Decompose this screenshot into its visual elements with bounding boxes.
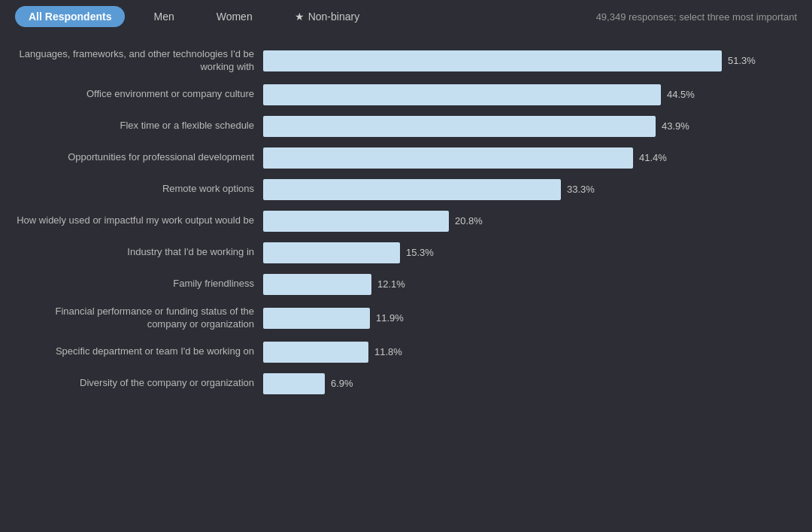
bar-track: 20.8% — [263, 211, 789, 232]
bar-value: 11.8% — [374, 346, 402, 357]
bar-label: Family friendliness — [15, 278, 263, 290]
bar-label: Remote work options — [15, 183, 263, 196]
bar-fill — [263, 308, 370, 329]
bar-label: Diversity of the company or organization — [15, 377, 263, 390]
response-info: 49,349 responses; select three most impo… — [596, 11, 797, 23]
bar-fill — [263, 211, 449, 232]
bar-label: Opportunities for professional developme… — [15, 151, 263, 164]
bar-fill — [263, 84, 661, 105]
bar-row: Financial performance or funding status … — [15, 306, 789, 331]
tab-men[interactable]: Men — [140, 6, 187, 27]
bar-row: Diversity of the company or organization… — [15, 373, 789, 394]
bar-value: 43.9% — [662, 120, 689, 132]
bar-fill — [263, 242, 400, 263]
bar-fill — [263, 50, 722, 71]
bar-fill — [263, 147, 633, 169]
bar-value: 51.3% — [728, 55, 756, 66]
bar-track: 11.8% — [263, 342, 789, 363]
bar-fill — [263, 274, 371, 295]
bar-label: Office environment or company culture — [15, 88, 263, 101]
bar-row: Office environment or company culture44.… — [15, 84, 789, 105]
bar-row: Family friendliness12.1% — [15, 274, 789, 295]
bar-value: 6.9% — [331, 378, 353, 389]
bar-label: Specific department or team I'd be worki… — [15, 345, 263, 358]
star-icon: ★ — [295, 11, 304, 23]
tab-nonbinary[interactable]: ★ Non-binary — [281, 6, 373, 27]
bar-track: 15.3% — [263, 242, 789, 263]
bar-row: Specific department or team I'd be worki… — [15, 342, 789, 363]
bar-track: 44.5% — [263, 84, 789, 105]
bar-track: 51.3% — [263, 50, 789, 71]
tab-women[interactable]: Women — [203, 6, 266, 27]
bar-value: 15.3% — [406, 247, 434, 258]
bar-value: 33.3% — [567, 184, 595, 195]
bar-row: Industry that I'd be working in15.3% — [15, 242, 789, 263]
bar-track: 11.9% — [263, 308, 789, 329]
tab-all-respondents[interactable]: All Respondents — [15, 6, 125, 27]
bar-value: 44.5% — [667, 89, 695, 100]
bar-row: Remote work options33.3% — [15, 179, 789, 200]
bar-value: 12.1% — [377, 278, 405, 290]
bar-row: Languages, frameworks, and other technol… — [15, 48, 789, 74]
bar-row: How widely used or impactful my work out… — [15, 211, 789, 232]
bar-fill — [263, 342, 368, 363]
bar-label: How widely used or impactful my work out… — [15, 214, 263, 227]
bar-label: Flex time or a flexible schedule — [15, 120, 263, 132]
bar-value: 20.8% — [455, 215, 483, 226]
bar-label: Languages, frameworks, and other technol… — [15, 48, 263, 74]
bar-value: 11.9% — [376, 312, 404, 324]
bar-row: Opportunities for professional developme… — [15, 147, 789, 169]
bar-fill — [263, 373, 325, 394]
bar-label: Industry that I'd be working in — [15, 246, 263, 259]
bar-label: Financial performance or funding status … — [15, 306, 263, 331]
bar-track: 33.3% — [263, 179, 789, 200]
header: All Respondents Men Women ★ Non-binary 4… — [0, 0, 812, 33]
bar-track: 6.9% — [263, 373, 789, 394]
nonbinary-label: Non-binary — [308, 11, 359, 23]
bar-track: 43.9% — [263, 116, 789, 137]
bar-value: 41.4% — [639, 152, 667, 163]
bar-track: 41.4% — [263, 147, 789, 169]
chart-container: Languages, frameworks, and other technol… — [0, 33, 812, 420]
bar-fill — [263, 179, 561, 200]
bar-track: 12.1% — [263, 274, 789, 295]
bar-fill — [263, 116, 656, 137]
bar-row: Flex time or a flexible schedule43.9% — [15, 116, 789, 137]
